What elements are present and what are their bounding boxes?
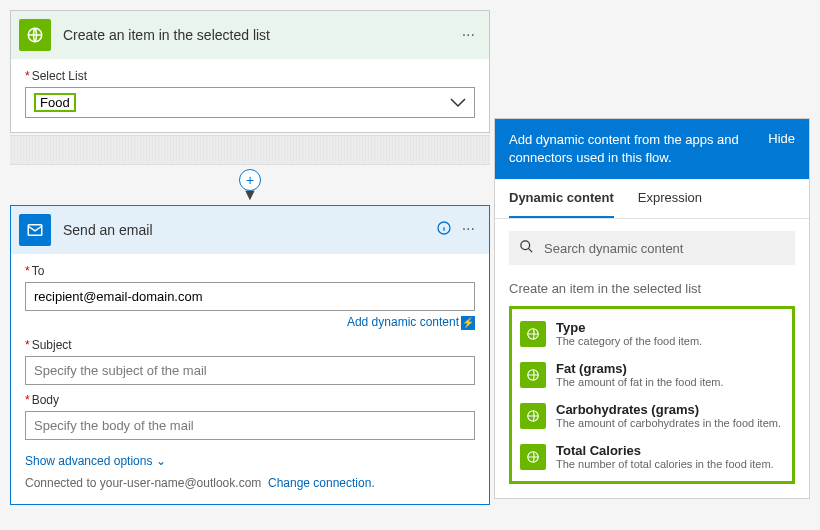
chevron-down-icon bbox=[450, 95, 466, 111]
outlook-icon bbox=[19, 214, 51, 246]
tab-dynamic-content[interactable]: Dynamic content bbox=[509, 179, 614, 218]
panel-header: Add dynamic content from the apps and co… bbox=[495, 119, 809, 179]
tab-expression[interactable]: Expression bbox=[638, 179, 702, 218]
globe-icon bbox=[520, 321, 546, 347]
subject-label: *Subject bbox=[25, 338, 475, 352]
add-dynamic-content-link[interactable]: Add dynamic content⚡ bbox=[25, 315, 475, 330]
create-card-header[interactable]: Create an item in the selected list ··· bbox=[11, 11, 489, 59]
dynamic-items-group: TypeThe category of the food item. Fat (… bbox=[509, 306, 795, 484]
globe-icon bbox=[19, 19, 51, 51]
dynamic-content-icon: ⚡ bbox=[461, 316, 475, 330]
more-icon[interactable]: ··· bbox=[462, 220, 475, 240]
arrow-down-icon: ▼ bbox=[10, 191, 490, 199]
more-icon[interactable]: ··· bbox=[462, 26, 475, 44]
subject-input[interactable]: Specify the subject of the mail bbox=[25, 356, 475, 385]
search-icon bbox=[519, 239, 534, 257]
email-card-title: Send an email bbox=[63, 222, 436, 238]
dynamic-item-type[interactable]: TypeThe category of the food item. bbox=[512, 313, 792, 354]
body-label: *Body bbox=[25, 393, 475, 407]
chevron-down-icon: ⌄ bbox=[156, 454, 166, 468]
create-card-title: Create an item in the selected list bbox=[63, 27, 462, 43]
select-list-value: Food bbox=[34, 93, 76, 112]
collapsed-section bbox=[10, 135, 490, 165]
info-icon[interactable] bbox=[436, 220, 452, 240]
change-connection-link[interactable]: Change connection. bbox=[268, 476, 375, 490]
email-card-header[interactable]: Send an email ··· bbox=[11, 206, 489, 254]
create-item-card: Create an item in the selected list ··· … bbox=[10, 10, 490, 133]
dynamic-section-title: Create an item in the selected list bbox=[495, 277, 809, 306]
select-list-dropdown[interactable]: Food bbox=[25, 87, 475, 118]
dynamic-item-fat[interactable]: Fat (grams)The amount of fat in the food… bbox=[512, 354, 792, 395]
search-placeholder: Search dynamic content bbox=[544, 241, 683, 256]
select-list-label: *Select List bbox=[25, 69, 475, 83]
globe-icon bbox=[520, 444, 546, 470]
body-input[interactable]: Specify the body of the mail bbox=[25, 411, 475, 440]
send-email-card: Send an email ··· *To recipient@email-do… bbox=[10, 205, 490, 505]
to-input[interactable]: recipient@email-domain.com bbox=[25, 282, 475, 311]
hide-panel-link[interactable]: Hide bbox=[768, 131, 795, 146]
connection-info: Connected to your-user-name@outlook.com … bbox=[25, 476, 475, 490]
dynamic-content-panel: Add dynamic content from the apps and co… bbox=[494, 118, 810, 499]
dynamic-item-calories[interactable]: Total CaloriesThe number of total calori… bbox=[512, 436, 792, 477]
svg-point-3 bbox=[521, 241, 530, 250]
globe-icon bbox=[520, 403, 546, 429]
dynamic-item-carbs[interactable]: Carbohydrates (grams)The amount of carbo… bbox=[512, 395, 792, 436]
globe-icon bbox=[520, 362, 546, 388]
to-label: *To bbox=[25, 264, 475, 278]
search-input[interactable]: Search dynamic content bbox=[509, 231, 795, 265]
panel-header-text: Add dynamic content from the apps and co… bbox=[509, 131, 756, 167]
show-advanced-link[interactable]: Show advanced options ⌄ bbox=[25, 454, 475, 468]
panel-tabs: Dynamic content Expression bbox=[495, 179, 809, 219]
